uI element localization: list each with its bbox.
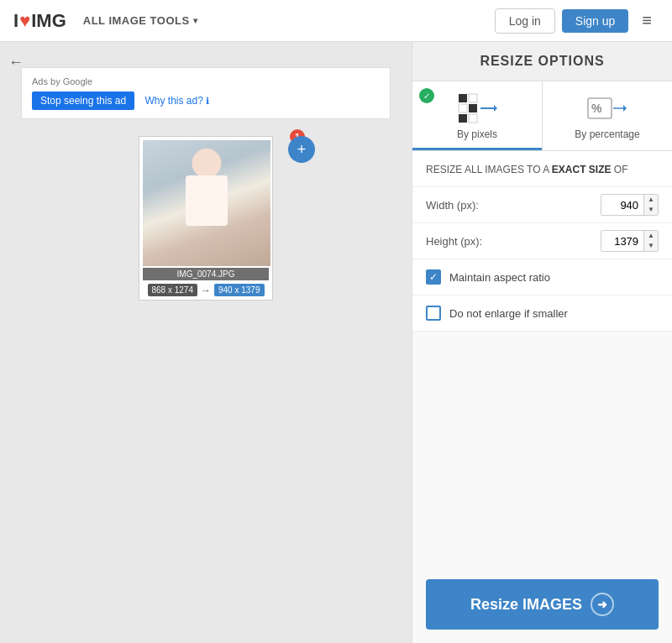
svg-rect-4 bbox=[459, 114, 467, 123]
spacer bbox=[412, 332, 672, 566]
height-decrement-button[interactable]: ▼ bbox=[644, 241, 658, 251]
svg-rect-1 bbox=[469, 94, 477, 102]
mode-active-check-icon: ✓ bbox=[419, 88, 434, 103]
do-not-enlarge-checkbox[interactable] bbox=[426, 306, 441, 321]
ad-actions: Stop seeing this ad Why this ad? ℹ bbox=[32, 91, 380, 110]
logo: I ♥ IMG bbox=[13, 10, 66, 32]
resize-btn-arrow-icon: ➜ bbox=[591, 593, 614, 616]
logo-i: I bbox=[13, 10, 18, 32]
do-not-enlarge-row[interactable]: Do not enlarge if smaller bbox=[412, 295, 672, 332]
resize-exact-section: RESIZE ALL IMAGES TO A EXACT SIZE OF bbox=[412, 151, 672, 187]
do-not-enlarge-label: Do not enlarge if smaller bbox=[449, 307, 568, 320]
original-size-badge: 868 x 1274 bbox=[148, 284, 198, 296]
mode-by-percentage[interactable]: % By percentage bbox=[543, 81, 672, 150]
mode-selector: ✓ By pixels bbox=[412, 81, 672, 151]
logo-heart-icon: ♥ bbox=[19, 10, 30, 32]
add-image-button[interactable]: + bbox=[288, 136, 315, 163]
header: I ♥ IMG ALL IMAGE TOOLS ▾ Log in Sign up… bbox=[0, 0, 672, 42]
width-spinners: ▲ ▼ bbox=[643, 195, 658, 215]
height-spinners: ▲ ▼ bbox=[643, 231, 658, 251]
maintain-aspect-ratio-label: Maintain aspect ratio bbox=[449, 271, 550, 284]
chevron-down-icon: ▾ bbox=[193, 16, 198, 25]
svg-rect-0 bbox=[459, 94, 467, 102]
mode-by-pixels[interactable]: ✓ By pixels bbox=[412, 81, 543, 150]
svg-marker-11 bbox=[623, 105, 627, 112]
width-increment-button[interactable]: ▲ bbox=[644, 195, 658, 205]
why-this-ad-link[interactable]: Why this ad? ℹ bbox=[145, 95, 210, 107]
width-input[interactable] bbox=[601, 196, 643, 215]
signup-button[interactable]: Sign up bbox=[562, 9, 628, 33]
mode-percentage-label: By percentage bbox=[575, 128, 639, 140]
image-preview bbox=[143, 140, 270, 266]
resize-options-header: RESIZE OPTIONS bbox=[412, 42, 672, 81]
maintain-aspect-ratio-checkbox[interactable] bbox=[426, 269, 441, 285]
image-size-bar: 868 x 1274 → 940 x 1379 bbox=[143, 284, 269, 296]
svg-rect-5 bbox=[469, 114, 477, 123]
resize-images-button[interactable]: Resize IMAGES ➜ bbox=[426, 579, 659, 630]
logo-img: IMG bbox=[31, 10, 66, 32]
hamburger-button[interactable]: ≡ bbox=[635, 8, 659, 34]
image-card: IMG_0074.JPG 868 x 1274 → 940 x 1379 bbox=[139, 136, 273, 301]
height-input-wrap: ▲ ▼ bbox=[601, 230, 659, 252]
resize-btn-label: Resize IMAGES bbox=[470, 596, 582, 614]
height-input[interactable] bbox=[601, 232, 643, 251]
pixels-icon bbox=[456, 91, 498, 125]
new-size-badge: 940 x 1379 bbox=[214, 284, 265, 296]
svg-marker-7 bbox=[494, 105, 497, 112]
right-panel: RESIZE OPTIONS ✓ bbox=[412, 42, 672, 643]
ad-label: Ads by Google bbox=[32, 76, 380, 86]
ad-area: Ads by Google Stop seeing this ad Why th… bbox=[21, 67, 391, 119]
all-image-tools-menu[interactable]: ALL IMAGE TOOLS ▾ bbox=[83, 14, 201, 27]
svg-rect-3 bbox=[469, 104, 477, 112]
header-actions: Log in Sign up ≡ bbox=[495, 8, 659, 34]
size-arrow-icon: → bbox=[201, 285, 211, 296]
percentage-icon: % bbox=[586, 91, 628, 125]
width-decrement-button[interactable]: ▼ bbox=[644, 205, 658, 215]
svg-text:%: % bbox=[591, 102, 602, 115]
image-upload-area: IMG_0074.JPG 868 x 1274 → 940 x 1379 1 + bbox=[139, 136, 273, 301]
resize-exact-text: RESIZE ALL IMAGES TO A EXACT SIZE OF bbox=[426, 164, 628, 175]
mode-pixels-label: By pixels bbox=[457, 128, 497, 140]
all-image-tools-label: ALL IMAGE TOOLS bbox=[83, 14, 190, 27]
left-panel: ← Ads by Google Stop seeing this ad Why … bbox=[0, 42, 412, 643]
maintain-aspect-ratio-row[interactable]: Maintain aspect ratio bbox=[412, 259, 672, 295]
image-filename: IMG_0074.JPG bbox=[143, 268, 269, 280]
resize-options-title: RESIZE OPTIONS bbox=[480, 54, 604, 68]
info-icon: ℹ bbox=[206, 96, 209, 106]
main-layout: ← Ads by Google Stop seeing this ad Why … bbox=[0, 42, 672, 643]
height-increment-button[interactable]: ▲ bbox=[644, 231, 658, 241]
login-button[interactable]: Log in bbox=[495, 8, 555, 34]
resize-btn-wrap: Resize IMAGES ➜ bbox=[412, 566, 672, 643]
image-thumbnail bbox=[143, 140, 270, 266]
height-label: Height (px): bbox=[426, 235, 601, 248]
width-row: Width (px): ▲ ▼ bbox=[412, 187, 672, 223]
width-input-wrap: ▲ ▼ bbox=[601, 194, 659, 216]
stop-seeing-ad-button[interactable]: Stop seeing this ad bbox=[32, 91, 134, 110]
svg-rect-2 bbox=[459, 104, 467, 112]
width-label: Width (px): bbox=[426, 199, 601, 212]
height-row: Height (px): ▲ ▼ bbox=[412, 223, 672, 259]
